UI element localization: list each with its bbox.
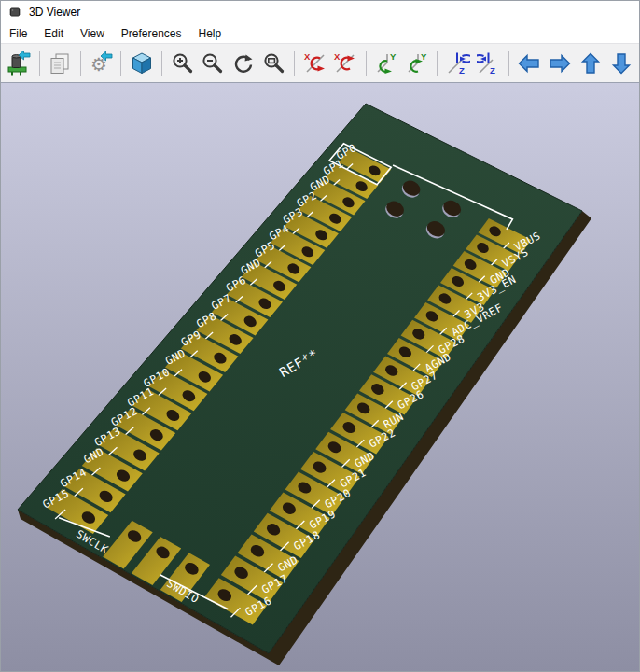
rotate-y-cw-icon: Y bbox=[374, 51, 398, 76]
toolbar-separator bbox=[508, 51, 509, 76]
toolbar-separator bbox=[161, 51, 162, 76]
menu-item-help[interactable]: Help bbox=[190, 25, 230, 42]
rotate-x-ccw-button[interactable]: X bbox=[330, 48, 361, 78]
toolbar-separator bbox=[294, 51, 295, 76]
reload-board-icon bbox=[7, 51, 31, 76]
toolbar-separator bbox=[80, 51, 81, 76]
preferences-icon: ⚙ bbox=[89, 51, 113, 76]
zoom-out-button[interactable] bbox=[198, 48, 229, 78]
redraw-icon bbox=[231, 51, 256, 76]
menu-item-view[interactable]: View bbox=[72, 25, 113, 42]
menu-item-preferences[interactable]: Preferences bbox=[113, 25, 190, 42]
pan-left-button[interactable] bbox=[514, 48, 545, 78]
menu-item-file[interactable]: File bbox=[1, 25, 35, 42]
zoom-fit-button[interactable] bbox=[258, 48, 289, 78]
svg-text:Z: Z bbox=[459, 65, 465, 76]
rotate-z-cw-button[interactable]: Z bbox=[442, 48, 473, 78]
zoom-in-icon bbox=[171, 51, 195, 76]
toolbar-separator bbox=[437, 51, 438, 76]
render-cube-icon bbox=[130, 51, 154, 76]
svg-text:X: X bbox=[304, 51, 311, 62]
rotate-z-ccw-icon: Z bbox=[477, 51, 501, 76]
zoom-fit-icon bbox=[262, 51, 286, 76]
pan-down-button[interactable] bbox=[605, 48, 636, 78]
pan-up-button[interactable] bbox=[576, 48, 606, 78]
zoom-out-icon bbox=[201, 51, 225, 76]
pan-left-icon bbox=[517, 51, 541, 76]
pcb-3d-render: GP0VBUSGP1VSYSGNDGNDGP23V3_ENGP33V3GP4AD… bbox=[1, 83, 639, 671]
reload-board-button[interactable] bbox=[4, 48, 35, 78]
rotate-x-ccw-icon: X bbox=[333, 51, 357, 76]
toolbar-separator bbox=[39, 51, 40, 76]
svg-text:Y: Y bbox=[390, 51, 397, 62]
window-title: 3D Viewer bbox=[29, 6, 80, 19]
preferences-button[interactable]: ⚙ bbox=[86, 48, 117, 78]
toolbar-separator bbox=[366, 51, 367, 76]
rotate-z-cw-icon: Z bbox=[446, 51, 470, 76]
rotate-z-ccw-button[interactable]: Z bbox=[473, 48, 504, 78]
pan-right-button[interactable] bbox=[545, 48, 576, 78]
svg-text:Y: Y bbox=[421, 51, 427, 62]
rotate-x-cw-button[interactable]: X bbox=[299, 48, 330, 78]
copy-image-button[interactable] bbox=[45, 48, 76, 78]
rotate-x-cw-icon: X bbox=[303, 51, 327, 76]
app-chip-icon bbox=[7, 5, 22, 20]
svg-text:Z: Z bbox=[490, 65, 495, 76]
toolbar: ⚙ X X Y Y Z Z bbox=[1, 43, 639, 83]
menu-item-edit[interactable]: Edit bbox=[35, 25, 72, 42]
svg-text:X: X bbox=[334, 51, 341, 62]
rotate-y-ccw-button[interactable]: Y bbox=[402, 48, 433, 78]
rotate-y-cw-button[interactable]: Y bbox=[371, 48, 402, 78]
render-cube-button[interactable] bbox=[126, 48, 157, 78]
pan-up-icon bbox=[578, 51, 603, 76]
redraw-button[interactable] bbox=[229, 48, 259, 78]
copy-image-icon bbox=[48, 51, 72, 76]
menu-bar: FileEditViewPreferencesHelp bbox=[1, 23, 639, 43]
pan-right-icon bbox=[548, 51, 572, 76]
pan-down-icon bbox=[609, 51, 633, 76]
3d-viewport[interactable]: GP0VBUSGP1VSYSGNDGNDGP23V3_ENGP33V3GP4AD… bbox=[1, 83, 639, 671]
3d-viewer-window: 3D Viewer FileEditViewPreferencesHelp ⚙ … bbox=[0, 0, 640, 672]
title-bar: 3D Viewer bbox=[1, 1, 639, 23]
zoom-in-button[interactable] bbox=[167, 48, 198, 78]
rotate-y-ccw-icon: Y bbox=[405, 51, 429, 76]
toolbar-separator bbox=[120, 51, 121, 76]
